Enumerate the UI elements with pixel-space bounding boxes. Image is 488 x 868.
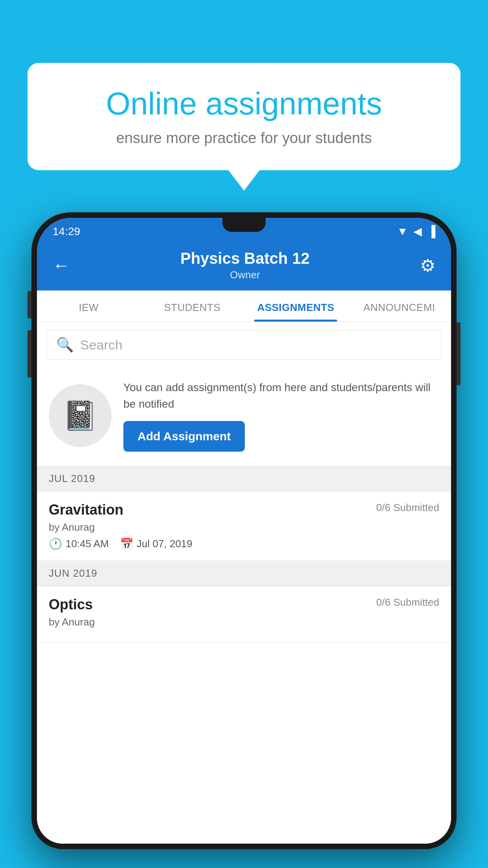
app-header: ← Physics Batch 12 Owner ⚙	[37, 242, 451, 291]
calendar-icon: 📅	[120, 537, 134, 550]
assignment-meta-gravitation: 🕐 10:45 AM 📅 Jul 07, 2019	[49, 537, 439, 550]
speech-bubble-subtext: ensure more practice for your students	[55, 130, 433, 147]
notebook-icon: 📓	[62, 399, 98, 432]
phone-screen: 14:29 ▼ ◀ ▐ ← Physics Batch 12 Owner ⚙ I…	[37, 218, 451, 844]
assignment-time-gravitation: 🕐 10:45 AM	[49, 537, 109, 550]
tab-assignments[interactable]: ASSIGNMENTS	[244, 291, 348, 322]
assignment-submitted-optics: 0/6 Submitted	[376, 596, 439, 609]
speech-bubble-area: Online assignments ensure more practice …	[28, 63, 460, 170]
side-button	[28, 291, 31, 318]
header-center: Physics Batch 12 Owner	[180, 250, 310, 281]
search-input[interactable]: Search	[80, 337, 432, 353]
search-icon: 🔍	[56, 337, 74, 353]
assignment-optics[interactable]: Optics 0/6 Submitted by Anurag	[37, 586, 451, 643]
search-box[interactable]: 🔍 Search	[46, 330, 442, 360]
assignment-header-row: Gravitation 0/6 Submitted	[49, 502, 439, 518]
assignment-submitted-gravitation: 0/6 Submitted	[376, 502, 439, 514]
clock-icon: 🕐	[49, 537, 62, 550]
assignment-title-gravitation: Gravitation	[49, 502, 123, 518]
status-time: 14:29	[53, 225, 80, 238]
batch-title: Physics Batch 12	[180, 250, 310, 267]
month-header-jun: JUN 2019	[37, 561, 451, 586]
speech-bubble: Online assignments ensure more practice …	[28, 63, 460, 170]
wifi-icon: ▼	[397, 225, 408, 238]
assignment-time-value: 10:45 AM	[66, 538, 109, 550]
promo-section: 📓 You can add assignment(s) from here an…	[37, 368, 451, 466]
assignment-author-gravitation: by Anurag	[49, 521, 439, 533]
status-icons: ▼ ◀ ▐	[397, 225, 435, 238]
battery-icon: ▐	[427, 225, 435, 238]
settings-icon[interactable]: ⚙	[420, 256, 435, 276]
assignment-date-gravitation: 📅 Jul 07, 2019	[120, 537, 193, 550]
back-button[interactable]: ←	[53, 256, 70, 275]
add-assignment-button[interactable]: Add Assignment	[123, 421, 245, 452]
side-button-right	[457, 322, 460, 385]
tab-announcements[interactable]: ANNOUNCEMI	[348, 291, 451, 322]
side-button-volume	[28, 330, 31, 377]
speech-bubble-heading: Online assignments	[55, 86, 433, 121]
promo-content: You can add assignment(s) from here and …	[123, 379, 439, 452]
assignment-gravitation[interactable]: Gravitation 0/6 Submitted by Anurag 🕐 10…	[37, 491, 451, 561]
assignment-header-row-optics: Optics 0/6 Submitted	[49, 596, 439, 613]
search-container: 🔍 Search	[37, 322, 451, 368]
tab-students[interactable]: STUDENTS	[141, 291, 244, 322]
promo-icon-circle: 📓	[49, 384, 112, 447]
phone-frame: 14:29 ▼ ◀ ▐ ← Physics Batch 12 Owner ⚙ I…	[31, 212, 457, 868]
assignment-date-value: Jul 07, 2019	[137, 538, 193, 550]
tab-bar: IEW STUDENTS ASSIGNMENTS ANNOUNCEMI	[37, 291, 451, 322]
assignment-title-optics: Optics	[49, 596, 93, 613]
notch	[222, 218, 266, 232]
promo-text: You can add assignment(s) from here and …	[123, 379, 439, 412]
signal-icon: ◀	[413, 225, 422, 238]
month-header-jul: JUL 2019	[37, 466, 451, 491]
assignment-list: JUL 2019 Gravitation 0/6 Submitted by An…	[37, 466, 451, 844]
tab-iew[interactable]: IEW	[37, 291, 141, 322]
batch-role: Owner	[180, 269, 310, 281]
assignment-author-optics: by Anurag	[49, 616, 439, 628]
